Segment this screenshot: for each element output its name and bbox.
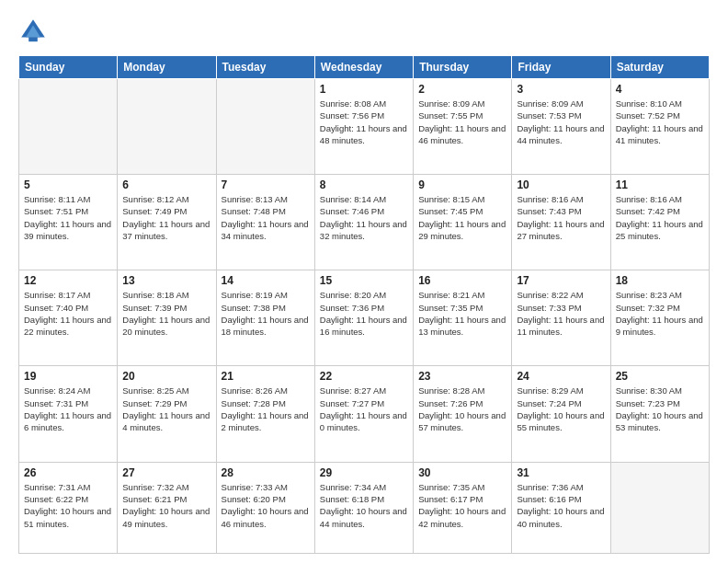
day-number: 12 <box>24 274 112 287</box>
day-info: Sunrise: 8:10 AM Sunset: 7:52 PM Dayligh… <box>616 98 704 146</box>
svg-rect-2 <box>28 37 38 41</box>
day-number: 3 <box>517 83 605 96</box>
calendar-cell <box>118 79 216 175</box>
calendar-week-1: 1Sunrise: 8:08 AM Sunset: 7:56 PM Daylig… <box>19 79 710 175</box>
calendar-cell: 31Sunrise: 7:36 AM Sunset: 6:16 PM Dayli… <box>512 462 610 553</box>
day-number: 8 <box>320 178 408 191</box>
calendar-header-thursday: Thursday <box>414 56 512 79</box>
day-number: 9 <box>418 178 506 191</box>
day-info: Sunrise: 8:29 AM Sunset: 7:24 PM Dayligh… <box>517 385 605 433</box>
day-info: Sunrise: 7:36 AM Sunset: 6:16 PM Dayligh… <box>517 481 605 530</box>
day-info: Sunrise: 8:16 AM Sunset: 7:43 PM Dayligh… <box>517 193 605 242</box>
calendar-cell: 5Sunrise: 8:11 AM Sunset: 7:51 PM Daylig… <box>19 175 118 270</box>
calendar-cell: 1Sunrise: 8:08 AM Sunset: 7:56 PM Daylig… <box>314 79 413 175</box>
day-info: Sunrise: 8:08 AM Sunset: 7:56 PM Dayligh… <box>320 98 408 146</box>
day-number: 11 <box>616 178 704 191</box>
day-number: 6 <box>122 178 210 191</box>
day-number: 31 <box>517 466 605 479</box>
day-info: Sunrise: 7:31 AM Sunset: 6:22 PM Dayligh… <box>24 481 112 530</box>
day-info: Sunrise: 7:34 AM Sunset: 6:18 PM Dayligh… <box>320 481 408 530</box>
calendar-cell: 24Sunrise: 8:29 AM Sunset: 7:24 PM Dayli… <box>512 366 610 462</box>
day-info: Sunrise: 8:21 AM Sunset: 7:35 PM Dayligh… <box>418 289 506 338</box>
calendar-cell: 23Sunrise: 8:28 AM Sunset: 7:26 PM Dayli… <box>414 366 512 462</box>
calendar-cell: 4Sunrise: 8:10 AM Sunset: 7:52 PM Daylig… <box>610 79 709 175</box>
calendar-week-5: 26Sunrise: 7:31 AM Sunset: 6:22 PM Dayli… <box>19 462 710 553</box>
calendar-cell: 25Sunrise: 8:30 AM Sunset: 7:23 PM Dayli… <box>610 366 709 462</box>
day-number: 5 <box>24 178 112 191</box>
calendar-cell: 29Sunrise: 7:34 AM Sunset: 6:18 PM Dayli… <box>314 462 413 553</box>
day-number: 19 <box>24 370 112 383</box>
calendar-header-wednesday: Wednesday <box>314 56 413 79</box>
day-info: Sunrise: 8:30 AM Sunset: 7:23 PM Dayligh… <box>616 385 704 433</box>
day-number: 2 <box>418 83 506 96</box>
day-info: Sunrise: 8:26 AM Sunset: 7:28 PM Dayligh… <box>222 385 310 433</box>
calendar-cell: 20Sunrise: 8:25 AM Sunset: 7:29 PM Dayli… <box>118 366 216 462</box>
calendar-header-monday: Monday <box>118 56 216 79</box>
calendar-cell <box>610 462 709 553</box>
day-info: Sunrise: 8:25 AM Sunset: 7:29 PM Dayligh… <box>122 385 210 433</box>
day-number: 23 <box>418 370 506 383</box>
day-number: 16 <box>418 274 506 287</box>
calendar-cell: 8Sunrise: 8:14 AM Sunset: 7:46 PM Daylig… <box>314 175 413 270</box>
calendar-cell: 13Sunrise: 8:18 AM Sunset: 7:39 PM Dayli… <box>118 270 216 366</box>
calendar-header-tuesday: Tuesday <box>216 56 314 79</box>
calendar-cell: 17Sunrise: 8:22 AM Sunset: 7:33 PM Dayli… <box>512 270 610 366</box>
day-number: 18 <box>616 274 704 287</box>
calendar-cell: 19Sunrise: 8:24 AM Sunset: 7:31 PM Dayli… <box>19 366 118 462</box>
calendar-cell: 27Sunrise: 7:32 AM Sunset: 6:21 PM Dayli… <box>118 462 216 553</box>
day-info: Sunrise: 8:27 AM Sunset: 7:27 PM Dayligh… <box>320 385 408 433</box>
day-info: Sunrise: 7:32 AM Sunset: 6:21 PM Dayligh… <box>122 481 210 530</box>
day-number: 24 <box>517 370 605 383</box>
calendar-cell: 28Sunrise: 7:33 AM Sunset: 6:20 PM Dayli… <box>216 462 314 553</box>
day-info: Sunrise: 8:15 AM Sunset: 7:45 PM Dayligh… <box>418 193 506 242</box>
day-info: Sunrise: 8:09 AM Sunset: 7:53 PM Dayligh… <box>517 98 605 146</box>
calendar-week-2: 5Sunrise: 8:11 AM Sunset: 7:51 PM Daylig… <box>19 175 710 270</box>
day-number: 17 <box>517 274 605 287</box>
day-number: 10 <box>517 178 605 191</box>
day-info: Sunrise: 7:35 AM Sunset: 6:17 PM Dayligh… <box>418 481 506 530</box>
calendar-cell <box>19 79 118 175</box>
calendar-cell: 12Sunrise: 8:17 AM Sunset: 7:40 PM Dayli… <box>19 270 118 366</box>
day-info: Sunrise: 8:23 AM Sunset: 7:32 PM Dayligh… <box>616 289 704 338</box>
calendar-header-friday: Friday <box>512 56 610 79</box>
day-number: 30 <box>418 466 506 479</box>
day-number: 7 <box>222 178 310 191</box>
day-number: 13 <box>122 274 210 287</box>
calendar-cell: 6Sunrise: 8:12 AM Sunset: 7:49 PM Daylig… <box>118 175 216 270</box>
day-number: 26 <box>24 466 112 479</box>
day-number: 22 <box>320 370 408 383</box>
day-info: Sunrise: 8:09 AM Sunset: 7:55 PM Dayligh… <box>418 98 506 146</box>
day-number: 4 <box>616 83 704 96</box>
day-info: Sunrise: 8:13 AM Sunset: 7:48 PM Dayligh… <box>222 193 310 242</box>
day-number: 20 <box>122 370 210 383</box>
day-number: 15 <box>320 274 408 287</box>
logo <box>18 17 51 46</box>
calendar-cell: 21Sunrise: 8:26 AM Sunset: 7:28 PM Dayli… <box>216 366 314 462</box>
calendar-table: SundayMondayTuesdayWednesdayThursdayFrid… <box>18 55 710 554</box>
calendar-cell: 15Sunrise: 8:20 AM Sunset: 7:36 PM Dayli… <box>314 270 413 366</box>
day-info: Sunrise: 8:12 AM Sunset: 7:49 PM Dayligh… <box>122 193 210 242</box>
day-info: Sunrise: 8:16 AM Sunset: 7:42 PM Dayligh… <box>616 193 704 242</box>
day-info: Sunrise: 8:14 AM Sunset: 7:46 PM Dayligh… <box>320 193 408 242</box>
page: SundayMondayTuesdayWednesdayThursdayFrid… <box>0 0 728 563</box>
calendar-header-sunday: Sunday <box>19 56 118 79</box>
calendar-header-row: SundayMondayTuesdayWednesdayThursdayFrid… <box>19 56 710 79</box>
calendar-cell: 11Sunrise: 8:16 AM Sunset: 7:42 PM Dayli… <box>610 175 709 270</box>
day-info: Sunrise: 8:20 AM Sunset: 7:36 PM Dayligh… <box>320 289 408 338</box>
calendar-cell: 9Sunrise: 8:15 AM Sunset: 7:45 PM Daylig… <box>414 175 512 270</box>
calendar-cell: 22Sunrise: 8:27 AM Sunset: 7:27 PM Dayli… <box>314 366 413 462</box>
day-number: 1 <box>320 83 408 96</box>
day-number: 14 <box>222 274 310 287</box>
calendar-cell: 18Sunrise: 8:23 AM Sunset: 7:32 PM Dayli… <box>610 270 709 366</box>
calendar-header-saturday: Saturday <box>610 56 709 79</box>
calendar-week-4: 19Sunrise: 8:24 AM Sunset: 7:31 PM Dayli… <box>19 366 710 462</box>
calendar-cell: 26Sunrise: 7:31 AM Sunset: 6:22 PM Dayli… <box>19 462 118 553</box>
day-info: Sunrise: 8:28 AM Sunset: 7:26 PM Dayligh… <box>418 385 506 433</box>
day-info: Sunrise: 8:19 AM Sunset: 7:38 PM Dayligh… <box>222 289 310 338</box>
header <box>18 17 710 46</box>
logo-icon <box>18 17 48 46</box>
calendar-cell: 2Sunrise: 8:09 AM Sunset: 7:55 PM Daylig… <box>414 79 512 175</box>
day-number: 21 <box>222 370 310 383</box>
calendar-week-3: 12Sunrise: 8:17 AM Sunset: 7:40 PM Dayli… <box>19 270 710 366</box>
day-number: 25 <box>616 370 704 383</box>
